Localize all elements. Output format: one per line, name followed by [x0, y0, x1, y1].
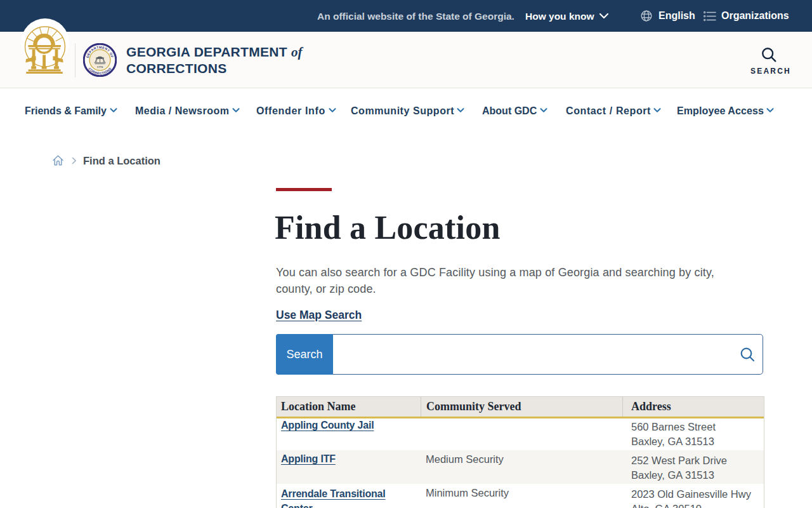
- svg-text:1776: 1776: [97, 65, 103, 69]
